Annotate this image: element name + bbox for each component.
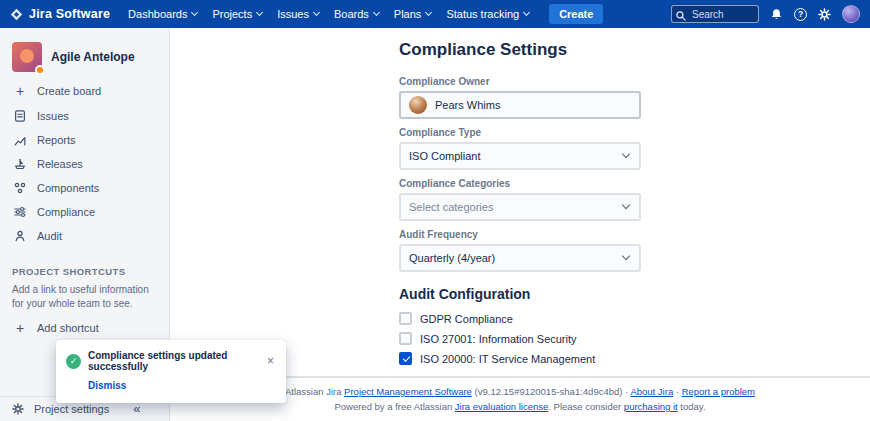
releases-ship-icon	[12, 157, 28, 171]
project-avatar-badge	[35, 65, 45, 75]
create-button[interactable]: Create	[549, 4, 603, 24]
components-icon	[12, 181, 28, 195]
project-shortcuts-heading: PROJECT SHORTCUTS	[0, 266, 169, 277]
close-icon[interactable]: ×	[265, 355, 276, 367]
purchase-link[interactable]: purchasing it	[624, 401, 678, 412]
product-link[interactable]: Project Management Software	[344, 386, 472, 397]
project-settings-label: Project settings	[34, 403, 109, 415]
footer-version: (v9.12.15#9120015-sha1:4d9c4bd)	[475, 386, 623, 397]
sidebar-item-issues[interactable]: Issues	[0, 106, 169, 126]
collapse-sidebar-button[interactable]: «	[131, 402, 142, 415]
menu-dashboards[interactable]: Dashboards	[128, 8, 197, 20]
top-menus: Dashboards Projects Issues Boards Plans …	[128, 4, 603, 24]
jira-home-link[interactable]: Jira Software	[10, 7, 110, 21]
footer-text: today.	[680, 401, 705, 412]
checkbox-label: ISO 20000: IT Service Management	[420, 353, 595, 365]
checkbox-icon[interactable]	[399, 352, 412, 365]
menu-issues[interactable]: Issues	[277, 8, 319, 20]
help-glyph: ?	[798, 9, 803, 19]
menu-label: Projects	[212, 8, 252, 20]
dismiss-link[interactable]: Dismiss	[88, 380, 126, 391]
checkbox-icon[interactable]	[399, 332, 412, 345]
report-problem-link[interactable]: Report a problem	[682, 386, 755, 397]
sidebar-item-reports[interactable]: Reports	[0, 130, 169, 150]
compliance-type-group: Compliance Type ISO Compliant	[399, 127, 641, 170]
owner-name: Pears Whims	[435, 99, 500, 111]
owner-avatar	[409, 96, 427, 114]
selected-value: Quarterly (4/year)	[409, 252, 495, 264]
checkbox-row-iso-27001[interactable]: ISO 27001: Information Security	[399, 332, 641, 345]
menu-plans[interactable]: Plans	[394, 8, 432, 20]
reports-icon	[12, 133, 28, 147]
menu-status-tracking[interactable]: Status tracking	[446, 8, 529, 20]
issues-icon	[12, 109, 28, 123]
top-navigation-bar: Jira Software Dashboards Projects Issues…	[0, 0, 870, 28]
project-shortcuts-hint: Add a link to useful information for you…	[0, 283, 169, 311]
brand-name: Jira Software	[29, 7, 110, 21]
checkbox-row-gdpr[interactable]: GDPR Compliance	[399, 312, 641, 325]
sidebar-nav: Issues Reports Releases Components Compl…	[0, 106, 169, 246]
help-icon[interactable]: ?	[794, 8, 807, 21]
compliance-owner-group: Compliance Owner Pears Whims	[399, 76, 641, 119]
jira-logo-icon	[10, 8, 23, 21]
side-item-label: Audit	[37, 230, 62, 242]
chevron-down-icon	[622, 252, 630, 260]
sidebar-item-releases[interactable]: Releases	[0, 154, 169, 174]
audit-person-icon	[12, 229, 28, 243]
side-item-label: Issues	[37, 110, 69, 122]
menu-projects[interactable]: Projects	[212, 8, 262, 20]
project-header: Agile Antelope	[0, 40, 169, 82]
menu-label: Issues	[277, 8, 309, 20]
compliance-form: Compliance Settings Compliance Owner Pea…	[399, 28, 641, 401]
settings-gear-icon[interactable]	[818, 8, 831, 21]
compliance-type-select[interactable]: ISO Compliant	[399, 142, 641, 170]
jira-app-window: Jira Software Dashboards Projects Issues…	[0, 0, 870, 421]
side-item-label: Releases	[37, 158, 83, 170]
menu-boards[interactable]: Boards	[334, 8, 379, 20]
compliance-categories-group: Compliance Categories Select categories	[399, 178, 641, 221]
chevron-down-icon	[191, 9, 198, 16]
create-board-item[interactable]: + Create board	[0, 82, 169, 100]
chevron-down-icon	[622, 201, 630, 209]
menu-label: Status tracking	[446, 8, 519, 20]
about-jira-link[interactable]: About Jira	[630, 386, 673, 397]
toast-notification: ✓ Compliance settings updated successful…	[56, 340, 286, 403]
notifications-bell-icon[interactable]	[770, 8, 783, 21]
chevron-down-icon	[523, 9, 530, 16]
audit-frequency-select[interactable]: Quarterly (4/year)	[399, 244, 641, 272]
menu-label: Dashboards	[128, 8, 187, 20]
evaluation-license-link[interactable]: Jira evaluation license	[455, 401, 548, 412]
checkbox-row-iso-20000[interactable]: ISO 20000: IT Service Management	[399, 352, 641, 365]
toast-row: ✓ Compliance settings updated successful…	[66, 350, 276, 372]
sidebar-item-compliance[interactable]: Compliance	[0, 202, 169, 222]
menu-label: Plans	[394, 8, 422, 20]
compliance-sliders-icon	[12, 205, 28, 219]
compliance-categories-select[interactable]: Select categories	[399, 193, 641, 221]
compliance-owner-field[interactable]: Pears Whims	[399, 91, 641, 119]
search-icon	[675, 8, 687, 26]
footer-text: Powered by a free Atlassian	[334, 401, 452, 412]
search-box	[671, 5, 759, 23]
toast-message: Compliance settings updated successfully	[88, 350, 258, 372]
footer-text: . Please consider	[548, 401, 621, 412]
audit-frequency-label: Audit Frequency	[399, 229, 641, 240]
topbar-actions: ?	[671, 5, 860, 23]
side-item-label: Create board	[37, 85, 101, 97]
compliance-owner-label: Compliance Owner	[399, 76, 641, 87]
side-item-label: Reports	[37, 134, 76, 146]
checkbox-icon[interactable]	[399, 312, 412, 325]
sidebar-item-audit[interactable]: Audit	[0, 226, 169, 246]
add-shortcut-item[interactable]: + Add shortcut	[0, 319, 169, 337]
chevron-down-icon	[622, 150, 630, 158]
project-name: Agile Antelope	[51, 50, 135, 64]
menu-label: Boards	[334, 8, 369, 20]
user-avatar[interactable]	[842, 5, 860, 23]
side-item-label: Components	[37, 182, 99, 194]
sidebar-item-components[interactable]: Components	[0, 178, 169, 198]
compliance-categories-label: Compliance Categories	[399, 178, 641, 189]
checkbox-label: GDPR Compliance	[420, 313, 513, 325]
side-item-label: Compliance	[37, 206, 95, 218]
audit-configuration-heading: Audit Configuration	[399, 286, 641, 302]
selected-value: ISO Compliant	[409, 150, 481, 162]
select-placeholder: Select categories	[409, 201, 493, 213]
